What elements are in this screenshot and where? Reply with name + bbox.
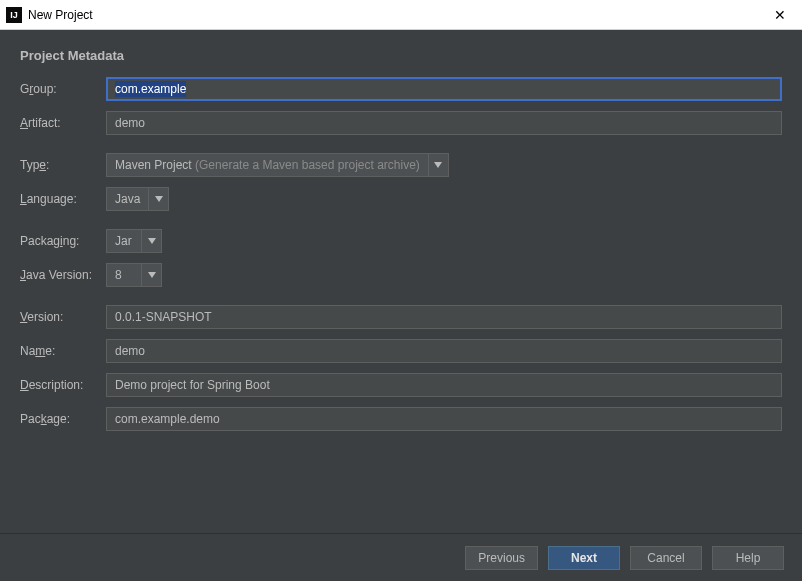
package-input[interactable]: com.example.demo — [106, 407, 782, 431]
help-button[interactable]: Help — [712, 546, 784, 570]
group-input[interactable]: com.example — [106, 77, 782, 101]
row-language: Language: Java — [20, 187, 782, 211]
row-package: Package: com.example.demo — [20, 407, 782, 431]
chevron-down-icon — [141, 230, 161, 252]
row-artifact: Artifact: demo — [20, 111, 782, 135]
close-icon: ✕ — [774, 7, 786, 23]
row-version: Version: 0.0.1-SNAPSHOT — [20, 305, 782, 329]
label-version: Version: — [20, 310, 106, 324]
chevron-down-icon — [428, 154, 448, 176]
window-title: New Project — [28, 8, 764, 22]
close-button[interactable]: ✕ — [764, 0, 796, 30]
label-name: Name: — [20, 344, 106, 358]
label-group: Group: — [20, 82, 106, 96]
packaging-select[interactable]: Jar — [106, 229, 162, 253]
label-artifact: Artifact: — [20, 116, 106, 130]
chevron-down-icon — [141, 264, 161, 286]
label-type: Type: — [20, 158, 106, 172]
label-language: Language: — [20, 192, 106, 206]
dialog-body: Project Metadata Group: com.example Arti… — [0, 30, 802, 533]
description-input[interactable]: Demo project for Spring Boot — [106, 373, 782, 397]
label-package: Package: — [20, 412, 106, 426]
section-title: Project Metadata — [20, 48, 782, 63]
artifact-input[interactable]: demo — [106, 111, 782, 135]
java-version-select[interactable]: 8 — [106, 263, 162, 287]
row-group: Group: com.example — [20, 77, 782, 101]
app-icon: IJ — [6, 7, 22, 23]
cancel-button[interactable]: Cancel — [630, 546, 702, 570]
chevron-down-icon — [148, 188, 168, 210]
language-select[interactable]: Java — [106, 187, 169, 211]
row-packaging: Packaging: Jar — [20, 229, 782, 253]
row-name: Name: demo — [20, 339, 782, 363]
label-java-version: Java Version: — [20, 268, 106, 282]
footer: Previous Next Cancel Help — [0, 533, 802, 581]
version-input[interactable]: 0.0.1-SNAPSHOT — [106, 305, 782, 329]
type-select[interactable]: Maven Project (Generate a Maven based pr… — [106, 153, 449, 177]
label-description: Description: — [20, 378, 106, 392]
previous-button[interactable]: Previous — [465, 546, 538, 570]
label-packaging: Packaging: — [20, 234, 106, 248]
name-input[interactable]: demo — [106, 339, 782, 363]
row-description: Description: Demo project for Spring Boo… — [20, 373, 782, 397]
row-type: Type: Maven Project (Generate a Maven ba… — [20, 153, 782, 177]
next-button[interactable]: Next — [548, 546, 620, 570]
titlebar: IJ New Project ✕ — [0, 0, 802, 30]
row-java-version: Java Version: 8 — [20, 263, 782, 287]
